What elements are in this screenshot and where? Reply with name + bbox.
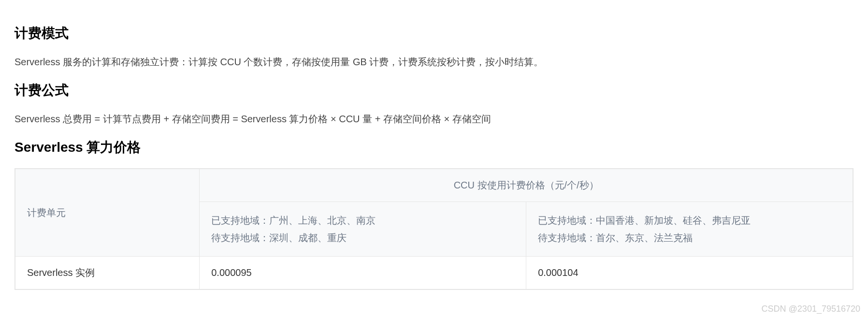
heading-billing-formula: 计费公式 bbox=[14, 81, 854, 100]
region2-supported: 已支持地域：中国香港、新加坡、硅谷、弗吉尼亚 bbox=[538, 212, 841, 229]
heading-billing-mode: 计费模式 bbox=[14, 24, 854, 43]
th-ccu-price: CCU 按使用计费价格（元/个/秒） bbox=[200, 169, 853, 202]
th-region-1: 已支持地域：广州、上海、北京、南京 待支持地域：深圳、成都、重庆 bbox=[200, 202, 526, 257]
region1-supported: 已支持地域：广州、上海、北京、南京 bbox=[211, 212, 514, 229]
th-billing-unit: 计费单元 bbox=[15, 169, 200, 257]
paragraph-billing-formula: Serverless 总费用 = 计算节点费用 + 存储空间费用 = Serve… bbox=[14, 111, 854, 127]
region1-pending: 待支持地域：深圳、成都、重庆 bbox=[211, 229, 514, 246]
th-region-2: 已支持地域：中国香港、新加坡、硅谷、弗吉尼亚 待支持地域：首尔、东京、法兰克福 bbox=[526, 202, 853, 257]
cell-price-1: 0.000095 bbox=[200, 257, 526, 289]
cell-price-2: 0.000104 bbox=[526, 257, 853, 289]
pricing-table: 计费单元 CCU 按使用计费价格（元/个/秒） 已支持地域：广州、上海、北京、南… bbox=[15, 169, 853, 289]
table-row: Serverless 实例 0.000095 0.000104 bbox=[15, 257, 853, 289]
region2-pending: 待支持地域：首尔、东京、法兰克福 bbox=[538, 229, 841, 246]
paragraph-billing-mode: Serverless 服务的计算和存储独立计费：计算按 CCU 个数计费，存储按… bbox=[14, 54, 854, 70]
heading-compute-price: Serverless 算力价格 bbox=[14, 138, 854, 157]
cell-unit: Serverless 实例 bbox=[15, 257, 200, 289]
pricing-table-wrapper: 计费单元 CCU 按使用计费价格（元/个/秒） 已支持地域：广州、上海、北京、南… bbox=[14, 168, 854, 290]
watermark: CSDN @2301_79516720 bbox=[762, 304, 860, 304]
